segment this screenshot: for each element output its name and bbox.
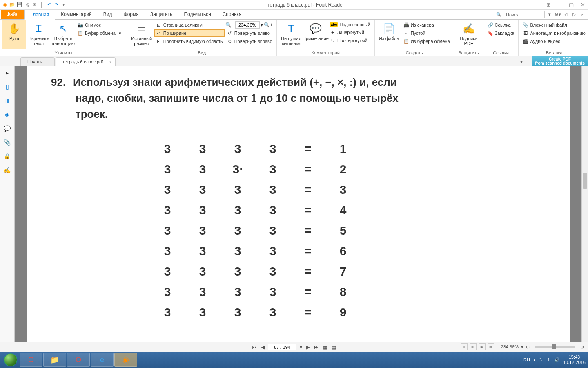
tray-network-icon[interactable]: 🖧 xyxy=(546,357,551,362)
doctab-start[interactable]: Начать xyxy=(20,57,55,66)
undo-icon[interactable]: ↶ xyxy=(46,2,52,8)
snapshot-button[interactable]: 📷Снимок xyxy=(76,21,125,29)
panel-expand-icon[interactable]: ▸ xyxy=(3,69,11,77)
search-icon[interactable]: 🔍 xyxy=(496,11,502,18)
tab-file[interactable]: Файл xyxy=(1,10,24,19)
maximize-icon[interactable]: ▢ xyxy=(568,2,575,8)
scrollbar-thumb[interactable] xyxy=(583,173,587,189)
from-clipboard-button[interactable]: 📋Из буфера обмена xyxy=(402,38,452,45)
pages-panel-icon[interactable]: ▥ xyxy=(3,96,11,105)
close-icon[interactable]: ✕ xyxy=(579,2,586,8)
zoom-slider[interactable] xyxy=(535,346,575,348)
tray-action-center-icon[interactable]: ⚐ xyxy=(539,357,543,363)
redo-icon[interactable]: ↷ xyxy=(53,2,60,8)
search-dropdown-icon[interactable]: ▾ xyxy=(546,11,553,18)
zoom-out-icon[interactable]: 🔍− xyxy=(225,22,234,28)
from-file-button[interactable]: 📄 Из файла xyxy=(377,20,401,49)
print-icon[interactable]: 🖨 xyxy=(24,2,30,8)
zoom-in-icon[interactable]: 🔍+ xyxy=(264,22,273,28)
document-area[interactable]: 92.Используя знаки арифметических действ… xyxy=(15,66,581,342)
tray-arrow-icon[interactable]: ▴ xyxy=(533,357,536,363)
next-page-icon[interactable]: ▶ xyxy=(305,344,311,350)
tab-comments[interactable]: Комментарий xyxy=(55,10,98,19)
fit-width-button[interactable]: ⇔По ширине xyxy=(154,29,225,37)
zoom-dropdown-icon[interactable]: ▾ xyxy=(261,22,263,28)
blank-button[interactable]: ▫Пустой xyxy=(402,29,452,37)
tab-protect[interactable]: Защитить xyxy=(145,10,178,19)
ribbon-options-icon[interactable]: ⊞ xyxy=(545,2,552,8)
page-layout-icon-2[interactable]: ▤ xyxy=(331,344,337,350)
view-single-icon[interactable]: ▯ xyxy=(461,343,468,350)
vertical-scrollbar[interactable] xyxy=(581,66,588,342)
pdf-sign-button[interactable]: ✍ Подпись PDF xyxy=(457,20,481,49)
bookmarks-panel-icon[interactable]: ▯ xyxy=(3,83,11,91)
image-annotation-button[interactable]: 🖼Аннотация к изображению xyxy=(521,29,587,37)
promo-banner[interactable]: Create PDF from scanned documents xyxy=(532,56,588,66)
rotate-left-button[interactable]: ↺Повернуть влево xyxy=(225,29,274,37)
select-text-button[interactable]: Ꮖ Выделить текст xyxy=(27,20,51,49)
zoom-dropdown-icon[interactable]: ▾ xyxy=(521,344,523,350)
tray-volume-icon[interactable]: 🔊 xyxy=(554,357,560,363)
tray-lang[interactable]: RU xyxy=(523,357,530,362)
view-continuous-facing-icon[interactable]: ▩ xyxy=(488,343,494,350)
close-tab-icon[interactable]: × xyxy=(109,59,112,65)
ribbon-collapse-icon[interactable]: ▵ xyxy=(579,11,586,18)
minimize-icon[interactable]: — xyxy=(556,2,564,8)
view-facing-icon[interactable]: ▦ xyxy=(479,343,486,350)
tabs-dropdown-icon[interactable]: ▾ xyxy=(520,59,523,65)
nav-next-icon[interactable]: ▷ xyxy=(571,11,577,18)
select-annotation-button[interactable]: ↖ Выбрать аннотацию xyxy=(51,20,75,49)
whole-page-button[interactable]: ⊡Страница целиком xyxy=(154,21,225,29)
nav-prev-icon[interactable]: ◁ xyxy=(563,11,569,18)
zoom-slider-knob[interactable] xyxy=(552,344,556,349)
highlight-button[interactable]: abcПодсвеченный xyxy=(328,21,372,28)
note-button[interactable]: 💬 Примечание xyxy=(304,20,327,49)
layers-panel-icon[interactable]: ◈ xyxy=(3,110,11,119)
attachments-panel-icon[interactable]: 📎 xyxy=(3,138,11,146)
taskbar-opera-2[interactable]: O xyxy=(67,353,90,367)
zoom-out-icon[interactable]: ⊖ xyxy=(526,344,530,350)
settings-gear-icon[interactable]: ⚙▾ xyxy=(555,11,561,18)
strikeout-button[interactable]: TЗачеркнутый xyxy=(328,29,372,36)
page-dropdown-icon[interactable]: ▾ xyxy=(299,344,303,350)
zoom-input[interactable] xyxy=(235,21,260,29)
tab-help[interactable]: Справка xyxy=(217,10,247,19)
email-icon[interactable]: ✉ xyxy=(31,2,38,8)
bookmark-button[interactable]: 🔖Закладка xyxy=(486,29,516,37)
tab-view[interactable]: Вид xyxy=(98,10,118,19)
prev-page-icon[interactable]: ◀ xyxy=(260,344,265,350)
from-scanner-button[interactable]: 📠Из сканера xyxy=(402,21,452,29)
save-icon[interactable]: 💾 xyxy=(16,2,23,8)
page-layout-icon-1[interactable]: ▦ xyxy=(322,344,328,350)
taskbar-foxit[interactable]: ◉ xyxy=(114,353,137,367)
underline-button[interactable]: UПодчеркнутый xyxy=(328,37,372,44)
rotate-right-button[interactable]: ↻Повернуть вправо xyxy=(225,38,274,45)
tab-home[interactable]: Главная xyxy=(24,10,56,20)
search-input[interactable] xyxy=(504,11,545,18)
file-attachment-button[interactable]: 📎Вложенный файл xyxy=(521,21,587,29)
tab-share[interactable]: Поделиться xyxy=(178,10,216,19)
open-icon[interactable]: 📂 xyxy=(9,2,16,8)
audio-video-button[interactable]: 🎬Аудио и видео xyxy=(521,38,587,45)
start-button[interactable] xyxy=(2,352,19,367)
tray-clock[interactable]: 15:43 10.12.2016 xyxy=(563,355,586,365)
taskbar-explorer[interactable]: 📁 xyxy=(43,353,66,367)
security-panel-icon[interactable]: 🔒 xyxy=(3,152,11,160)
actual-size-button[interactable]: ▭ Истинный размер xyxy=(130,20,154,49)
signatures-panel-icon[interactable]: ✍ xyxy=(3,166,11,174)
view-continuous-icon[interactable]: ▥ xyxy=(470,343,477,350)
taskbar-ie[interactable]: e xyxy=(91,353,114,367)
fit-visible-button[interactable]: ⊡Подогнать видимую область xyxy=(154,38,225,45)
link-button[interactable]: 🔗Ссылка xyxy=(486,21,516,29)
typewriter-button[interactable]: T Пишущая машинка xyxy=(279,20,303,49)
last-page-icon[interactable]: ⏭ xyxy=(313,344,320,350)
zoom-in-icon[interactable]: ⊕ xyxy=(580,344,584,350)
clipboard-button[interactable]: 📋Буфер обмена▾ xyxy=(76,29,125,37)
doctab-current[interactable]: тетрадь 6 класс.pdf× xyxy=(56,57,116,66)
first-page-icon[interactable]: ⏮ xyxy=(251,344,258,350)
hand-tool-button[interactable]: ✋ Рука xyxy=(2,20,26,49)
qat-dropdown-icon[interactable]: ▾ xyxy=(60,2,67,8)
comments-panel-icon[interactable]: 💬 xyxy=(3,124,11,132)
taskbar-opera[interactable]: O xyxy=(20,353,42,367)
tab-form[interactable]: Форма xyxy=(118,10,145,19)
